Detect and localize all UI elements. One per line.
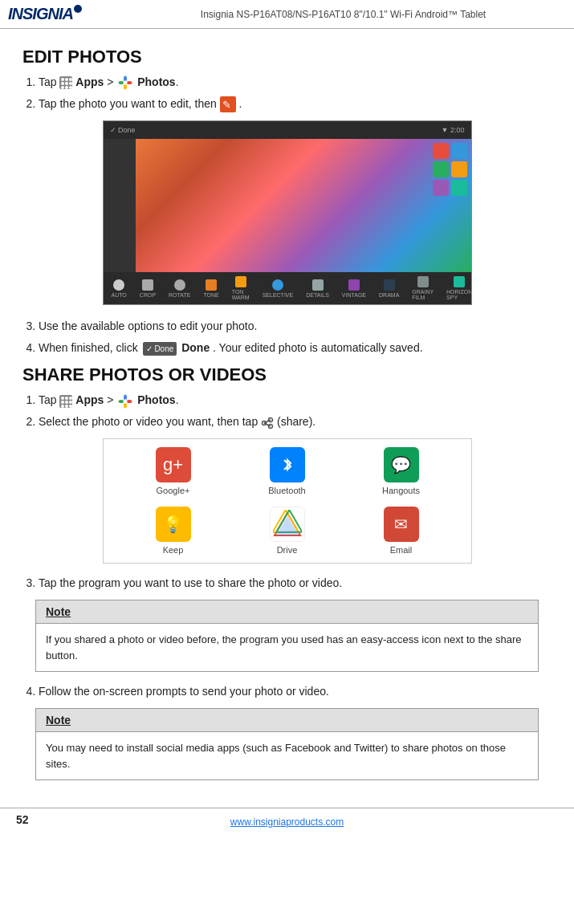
tool-horizonspy-icon [454,276,465,287]
share-keep: 💡 Keep [116,507,230,555]
tablet-app-4 [451,161,467,177]
tablet-tool-bar: AUTO CROP ROTATE TONE [104,272,471,304]
tablet-top-bar: ✓ Done ▼ 2:00 [104,121,471,139]
step2-text-after: . [239,97,242,110]
step3-text: Use the available options to edit your p… [39,320,257,332]
tool-tone: TONE [203,279,218,298]
tool-vintage: VINTAGE [342,279,366,298]
tablet-sidebar [104,139,136,272]
keep-label: Keep [163,545,184,555]
step4-text-before: When finished, click [39,341,141,354]
note-body-2: You may need to install social media app… [36,732,538,779]
edit-step-1: Tap Apps > Photos. [39,74,552,91]
tool-rotate-icon [174,279,185,291]
tool-tone-icon [206,279,217,291]
step1-photos-label: Photos [137,75,175,88]
tablet-app-6 [451,180,467,196]
svg-point-3 [124,84,127,90]
share-photos-title: SHARE PHOTOS OR VIDEOS [22,364,552,385]
tool-details: DETAILS [306,279,329,298]
email-label: Email [390,545,413,555]
share-photos-steps-3: Follow the on-screen prompts to send you… [39,683,552,700]
footer-url[interactable]: www.insigniaproducts.com [230,816,344,828]
share-step4-text: Follow the on-screen prompts to send you… [39,685,329,698]
step4-done-label: Done [181,341,210,354]
keep-icon: 💡 [156,507,191,542]
bluetooth-symbol [279,456,296,474]
tool-crop: CROP [140,279,156,298]
tool-vintage-icon [348,279,360,291]
edit-step-2: Tap the photo you want to edit, then . [39,96,552,112]
note-header-2: Note [36,709,538,732]
tablet-screen: ✓ Done ▼ 2:00 [104,121,471,304]
tablet-main [136,139,471,272]
edit-photos-title: EDIT PHOTOS [22,47,552,67]
photos-icon-2 [118,394,132,409]
share-icons-grid: g+ Google+ Bluetooth 💬 Hangouts 💡 Keep [116,447,458,555]
tool-auto: AUTO [112,279,127,298]
share-step1-text-before: Tap [39,393,59,406]
header-title: Insignia NS-P16AT08/NS-P16AT10 8"/10.1" … [120,9,566,20]
tablet-nav-bar [104,304,471,305]
tablet-screenshot: ✓ Done ▼ 2:00 [103,120,472,305]
insignia-logo: INSIGNIA [8,5,104,23]
svg-point-8 [127,400,132,403]
share-photos-steps: Tap Apps > Photos. Select the photo or v… [39,392,552,430]
tablet-app-1 [433,143,449,159]
share-drive: Drive [230,507,344,555]
pencil-icon [220,96,236,112]
email-icon: ✉ [384,507,419,542]
tool-drama-icon [384,279,395,291]
share-icon [261,417,274,429]
edit-photos-steps: Tap Apps > Photos. Tap the photo you wan… [39,74,552,112]
step4-text-after: . Your edited photo is automatically sav… [213,341,423,354]
apps-icon-2 [59,395,72,408]
tablet-tools: AUTO CROP ROTATE TONE [104,276,472,300]
share-step-3: Tap the program you want to use to share… [39,575,552,592]
tablet-apps-grid [433,143,467,196]
step2-text: Tap the photo you want to edit, then [39,97,220,110]
share-step-2: Select the photo or video you want, then… [39,413,552,430]
share-hangouts: 💬 Hangouts [344,447,458,495]
share-apps-box: g+ Google+ Bluetooth 💬 Hangouts 💡 Keep [103,438,472,564]
bluetooth-icon [270,447,305,482]
tool-grainyfilm: GRAINY FILM [412,276,434,300]
main-content: EDIT PHOTOS Tap Apps > Photos. [0,29,574,808]
share-photos-steps-2: Tap the program you want to use to share… [39,575,552,592]
tool-drama: DRAMA [379,279,399,298]
svg-point-9 [124,402,127,408]
svg-point-1 [124,76,127,82]
bluetooth-label: Bluetooth [268,486,305,495]
share-step2-symbol: (share). [277,415,315,428]
svg-point-5 [124,81,128,85]
done-icon: ✓ Done [143,342,177,356]
tablet-time: ▼ 2:00 [442,126,465,134]
edit-step-4: When finished, click ✓ Done Done . Your … [39,340,552,356]
gplus-label: Google+ [157,486,190,495]
note-body-1: If you shared a photo or video before, t… [36,624,538,671]
tool-horizonspy: HORIZON SPY [446,276,471,300]
edit-photos-steps-2: Use the available options to edit your p… [39,318,552,356]
note-box-1: Note If you shared a photo or video befo… [35,600,539,672]
photos-icon-1 [118,75,132,90]
svg-point-10 [119,400,124,403]
share-email: ✉ Email [344,507,458,555]
edit-step-3: Use the available options to edit your p… [39,318,552,335]
hangouts-icon: 💬 [384,447,419,482]
page-header: INSIGNIA Insignia NS-P16AT08/NS-P16AT10 … [0,0,574,29]
svg-point-11 [124,399,128,403]
svg-point-2 [127,81,132,84]
share-step1-apps-label: Apps [75,393,104,406]
tool-tonewarm: TON WARM [232,276,250,300]
note-header-1: Note [36,600,538,624]
svg-point-4 [119,81,124,84]
tool-grainyfilm-icon [417,276,429,287]
tool-rotate: ROTATE [169,279,190,298]
page-number: 52 [16,813,29,826]
note-box-2: Note You may need to install social medi… [35,708,539,780]
tool-tonewarm-icon [235,276,246,287]
drive-icon [270,507,305,542]
share-step-4: Follow the on-screen prompts to send you… [39,683,552,700]
tool-selective: SELECTIVE [263,279,294,298]
step1-text-before: Tap [39,75,59,88]
